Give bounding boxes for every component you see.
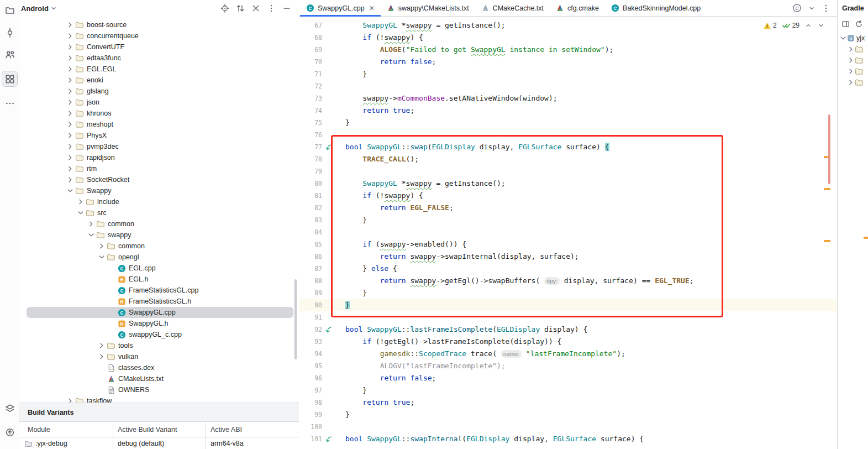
chevron-right-icon[interactable] bbox=[846, 78, 855, 87]
tree-item-cmakelists-txt[interactable]: CMakeLists.txt bbox=[19, 373, 299, 384]
chevron-right-icon[interactable] bbox=[66, 109, 75, 118]
chevron-right-icon[interactable] bbox=[66, 120, 75, 129]
device-manager-button[interactable] bbox=[2, 424, 18, 440]
tree-item-vulkan[interactable]: vulkan bbox=[19, 351, 299, 362]
tab-swappygl-cpp[interactable]: CSwappyGL.cpp✕ bbox=[300, 0, 381, 16]
tree-item-rtm[interactable]: rtm bbox=[19, 163, 299, 174]
layout-icon[interactable] bbox=[841, 20, 850, 28]
tree-item-swappy[interactable]: Swappy bbox=[19, 185, 299, 196]
chevron-right-icon[interactable] bbox=[66, 54, 75, 62]
tab-bakedskinningmodel-cpp[interactable]: CBakedSkinningModel.cpp bbox=[605, 0, 707, 16]
error-stripe-mark[interactable] bbox=[824, 240, 830, 242]
chevron-down-icon[interactable] bbox=[808, 4, 816, 12]
tree-item-physx[interactable]: PhysX bbox=[19, 130, 299, 141]
chevron-right-icon[interactable] bbox=[66, 20, 75, 29]
warnings-indicator[interactable]: 2 bbox=[763, 22, 777, 30]
chevron-right-icon[interactable] bbox=[66, 76, 75, 85]
gradle-tree-item[interactable] bbox=[838, 44, 868, 55]
tree-item-convertutf[interactable]: ConvertUTF bbox=[19, 41, 299, 53]
tree-item-common[interactable]: common bbox=[19, 241, 299, 252]
tree-item-swappygl-cpp[interactable]: CSwappyGL.cpp bbox=[27, 307, 293, 318]
code-line-101[interactable]: 101bool SwappyGL::swapInternal(EGLDispla… bbox=[299, 433, 837, 445]
code-line-95[interactable]: 95 ALOGV("lastFrameIncomplete"); bbox=[299, 360, 837, 372]
code-line-70[interactable]: 70 return false; bbox=[299, 56, 837, 68]
tree-item-egl-h[interactable]: HEGL.h bbox=[19, 274, 299, 285]
tree-item-json[interactable]: json bbox=[19, 97, 299, 108]
code-line-98[interactable]: 98 return true; bbox=[299, 396, 837, 409]
code-line-93[interactable]: 93 if (!getEgl()->lastFrameIsComplete(di… bbox=[299, 336, 837, 348]
tree-item-pvmp3dec[interactable]: pvmp3dec bbox=[19, 141, 299, 152]
code-line-78[interactable]: 78 TRACE_CALL(); bbox=[299, 153, 837, 165]
tree-item-meshopt[interactable]: meshopt bbox=[19, 119, 299, 130]
chevron-right-icon[interactable] bbox=[66, 65, 75, 74]
pull-requests-button[interactable] bbox=[2, 46, 18, 62]
chevron-down-icon[interactable] bbox=[87, 231, 96, 239]
tree-item-khronos[interactable]: khronos bbox=[19, 108, 299, 119]
tree-item-swappygl-c-cpp[interactable]: CswappyGL_c.cpp bbox=[19, 329, 299, 340]
tree-item-enoki[interactable]: enoki bbox=[19, 75, 299, 86]
code-line-82[interactable]: 82 return EGL_FALSE; bbox=[299, 202, 837, 214]
bv-data-row[interactable]: :yjx-debugdebug (default)arm64-v8a bbox=[19, 437, 299, 449]
more-options-icon[interactable] bbox=[822, 4, 830, 13]
build-variants-button[interactable] bbox=[2, 400, 18, 416]
tree-item-common[interactable]: common bbox=[19, 218, 299, 229]
chevron-right-icon[interactable] bbox=[66, 396, 75, 403]
chevron-right-icon[interactable] bbox=[87, 220, 96, 228]
tab-close-icon[interactable]: ✕ bbox=[369, 5, 375, 12]
refresh-icon[interactable] bbox=[855, 20, 863, 28]
code-line-79[interactable]: 79 bbox=[299, 165, 837, 177]
code-line-73[interactable]: 73 swappy->mCommonBase.setANativeWindow(… bbox=[299, 92, 837, 105]
chevron-right-icon[interactable] bbox=[66, 43, 75, 51]
tree-item-edtaa3func[interactable]: edtaa3func bbox=[19, 53, 299, 64]
tree-item-egl-egl[interactable]: EGL.EGL bbox=[19, 64, 299, 75]
code-line-71[interactable]: 71 } bbox=[299, 68, 837, 80]
code-line-91[interactable]: 91 bbox=[299, 311, 837, 323]
code-line-92[interactable]: 92bool SwappyGL::lastFrameIsComplete(EGL… bbox=[299, 323, 837, 336]
code-line-100[interactable]: 100 bbox=[299, 421, 837, 433]
code-line-67[interactable]: 67 SwappyGL *swappy = getInstance(); bbox=[299, 19, 837, 32]
tree-item-socketrocket[interactable]: SocketRocket bbox=[19, 174, 299, 185]
code-line-74[interactable]: 74 return true; bbox=[299, 105, 837, 117]
project-view-selector[interactable]: Android bbox=[21, 4, 57, 13]
locate-file-icon[interactable] bbox=[220, 4, 229, 13]
resource-manager-button[interactable] bbox=[2, 71, 18, 87]
more-vertical-icon[interactable] bbox=[267, 4, 276, 13]
tree-item-framestatisticsgl-h[interactable]: HFrameStatisticsGL.h bbox=[19, 296, 299, 307]
tree-item-rapidjson[interactable]: rapidjson bbox=[19, 152, 299, 163]
tree-item-swappy[interactable]: swappy bbox=[19, 229, 299, 241]
code-line-80[interactable]: 80 SwappyGL *swappy = getInstance(); bbox=[299, 177, 837, 190]
code-line-90[interactable]: 90} bbox=[299, 299, 837, 311]
gradle-tree-item-yjx[interactable]: Gyjx bbox=[838, 33, 868, 44]
tree-item-concurrentqueue[interactable]: concurrentqueue bbox=[19, 30, 299, 41]
code-line-97[interactable]: 97 } bbox=[299, 384, 837, 396]
variant-cell[interactable]: debug (default) bbox=[113, 437, 206, 449]
tree-item-src[interactable]: src bbox=[19, 207, 299, 218]
tree-item-swappygl-h[interactable]: HSwappyGL.h bbox=[19, 318, 299, 329]
code-line-83[interactable]: 83 } bbox=[299, 214, 837, 226]
tree-item-boost-source[interactable]: boost-source bbox=[19, 19, 299, 30]
code-line-89[interactable]: 89 } bbox=[299, 287, 837, 299]
code-line-96[interactable]: 96 return false; bbox=[299, 372, 837, 384]
tab-cmakecache-txt[interactable]: CMakeCache.txt bbox=[475, 0, 550, 16]
project-folder-button[interactable] bbox=[2, 2, 18, 18]
run-configuration-icon[interactable]: C bbox=[792, 3, 802, 13]
project-tree-scrollbar[interactable] bbox=[294, 279, 297, 359]
code-line-77[interactable]: 77bool SwappyGL::swap(EGLDisplay display… bbox=[299, 141, 837, 153]
gradle-tree-item[interactable] bbox=[838, 66, 868, 77]
code-line-76[interactable]: 76 bbox=[299, 129, 837, 141]
code-line-69[interactable]: 69 ALOGE("Failed to get SwappyGL instanc… bbox=[299, 44, 837, 56]
abi-cell[interactable]: arm64-v8a bbox=[206, 437, 299, 449]
chevron-right-icon[interactable] bbox=[66, 164, 75, 173]
chevron-right-icon[interactable] bbox=[97, 341, 106, 350]
chevron-right-icon[interactable] bbox=[66, 153, 75, 162]
error-stripe-mark[interactable] bbox=[824, 188, 830, 190]
chevron-right-icon[interactable] bbox=[66, 175, 75, 184]
tree-item-taskflow[interactable]: taskflow bbox=[19, 395, 299, 403]
code-line-81[interactable]: 81 if (!swappy) { bbox=[299, 190, 837, 202]
editor-scrollbar[interactable] bbox=[828, 114, 830, 184]
ok-indicator[interactable]: 29 bbox=[782, 21, 799, 30]
chevron-down-icon[interactable] bbox=[839, 34, 848, 43]
chevron-right-icon[interactable] bbox=[66, 131, 75, 140]
tree-item-framestatisticsgl-cpp[interactable]: CFrameStatisticsGL.cpp bbox=[19, 285, 299, 296]
tree-item-tools[interactable]: tools bbox=[19, 340, 299, 351]
